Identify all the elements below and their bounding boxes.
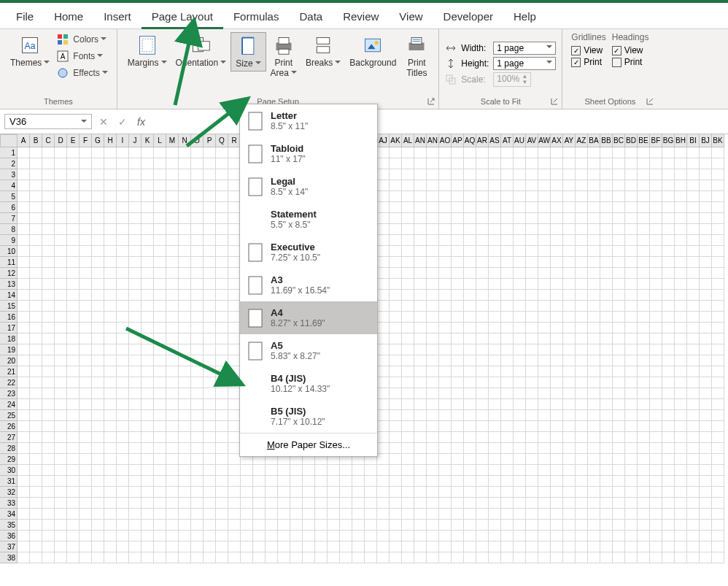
cell[interactable]: [712, 169, 724, 180]
cell[interactable]: [538, 531, 551, 541]
cell[interactable]: [18, 224, 30, 235]
row-header[interactable]: 38: [0, 552, 18, 563]
row-header[interactable]: 32: [0, 487, 18, 498]
cell[interactable]: [551, 279, 563, 290]
cell[interactable]: [538, 421, 551, 432]
cell[interactable]: [476, 421, 489, 432]
cell[interactable]: [154, 377, 166, 388]
cell[interactable]: [613, 498, 625, 509]
cell[interactable]: [142, 235, 154, 246]
cell[interactable]: [514, 531, 526, 541]
cell[interactable]: [92, 213, 104, 224]
cell[interactable]: [253, 465, 266, 476]
cell[interactable]: [439, 224, 452, 235]
cell[interactable]: [30, 410, 42, 421]
cell[interactable]: [80, 520, 92, 531]
cell[interactable]: [538, 279, 551, 290]
cell[interactable]: [526, 399, 538, 410]
cell[interactable]: [650, 443, 662, 454]
cell[interactable]: [216, 399, 228, 410]
cell[interactable]: [42, 147, 55, 158]
cell[interactable]: [179, 147, 191, 158]
cell[interactable]: [104, 180, 117, 191]
cell[interactable]: [439, 334, 452, 344]
cell[interactable]: [526, 377, 538, 388]
cell[interactable]: [613, 169, 625, 180]
cell[interactable]: [154, 399, 166, 410]
cell[interactable]: [650, 257, 662, 268]
cell[interactable]: [588, 388, 600, 399]
cell[interactable]: [191, 399, 204, 410]
cell[interactable]: [377, 224, 390, 235]
cell[interactable]: [67, 531, 80, 541]
tab-help[interactable]: Help: [503, 6, 546, 28]
cell[interactable]: [514, 454, 526, 465]
cell[interactable]: [600, 180, 613, 191]
cell[interactable]: [613, 432, 625, 443]
cell[interactable]: [452, 520, 464, 531]
cell[interactable]: [402, 410, 414, 421]
cell[interactable]: [538, 323, 551, 334]
cell[interactable]: [551, 498, 563, 509]
cell[interactable]: [67, 465, 80, 476]
cell[interactable]: [191, 509, 204, 520]
cell[interactable]: [452, 399, 464, 410]
cell[interactable]: [501, 498, 514, 509]
cell[interactable]: [228, 531, 241, 541]
cell[interactable]: [18, 257, 30, 268]
cell[interactable]: [42, 323, 55, 334]
cell[interactable]: [638, 268, 650, 279]
cell[interactable]: [625, 443, 638, 454]
cell[interactable]: [80, 531, 92, 541]
print-titles-button[interactable]: Print Titles: [400, 32, 433, 80]
cell[interactable]: [303, 487, 315, 498]
cell[interactable]: [179, 257, 191, 268]
cell[interactable]: [402, 399, 414, 410]
cell[interactable]: [662, 399, 675, 410]
cell[interactable]: [687, 257, 700, 268]
cell[interactable]: [514, 169, 526, 180]
cell[interactable]: [526, 421, 538, 432]
cell[interactable]: [476, 552, 489, 563]
cell[interactable]: [18, 541, 30, 552]
cell[interactable]: [625, 520, 638, 531]
cell[interactable]: [216, 531, 228, 541]
cell[interactable]: [402, 180, 414, 191]
cell[interactable]: [179, 410, 191, 421]
cell[interactable]: [588, 246, 600, 257]
cell[interactable]: [675, 224, 687, 235]
cell[interactable]: [452, 344, 464, 355]
cell[interactable]: [464, 476, 476, 487]
cell[interactable]: [365, 531, 377, 541]
more-paper-sizes[interactable]: More Paper Sizes...: [240, 433, 377, 456]
cell[interactable]: [464, 323, 476, 334]
cell[interactable]: [179, 235, 191, 246]
cell[interactable]: [216, 224, 228, 235]
tab-review[interactable]: Review: [333, 6, 389, 28]
cell[interactable]: [427, 520, 439, 531]
cell[interactable]: [638, 344, 650, 355]
cell[interactable]: [179, 191, 191, 202]
col-header[interactable]: L: [154, 134, 166, 147]
cell[interactable]: [464, 410, 476, 421]
cell[interactable]: [439, 147, 452, 158]
cell[interactable]: [538, 158, 551, 169]
cell[interactable]: [67, 454, 80, 465]
cell[interactable]: [402, 246, 414, 257]
cell[interactable]: [117, 541, 129, 552]
cell[interactable]: [129, 465, 142, 476]
cell[interactable]: [538, 191, 551, 202]
cell[interactable]: [216, 487, 228, 498]
cell[interactable]: [675, 465, 687, 476]
cell[interactable]: [687, 541, 700, 552]
cell[interactable]: [30, 377, 42, 388]
cell[interactable]: [414, 202, 427, 213]
size-option-legal[interactable]: Legal8.5" x 14": [240, 170, 377, 203]
tab-data[interactable]: Data: [289, 6, 333, 28]
cell[interactable]: [501, 552, 514, 563]
cell[interactable]: [501, 246, 514, 257]
cell[interactable]: [216, 213, 228, 224]
col-header[interactable]: BB: [600, 134, 613, 147]
cell[interactable]: [142, 312, 154, 323]
cell[interactable]: [216, 410, 228, 421]
